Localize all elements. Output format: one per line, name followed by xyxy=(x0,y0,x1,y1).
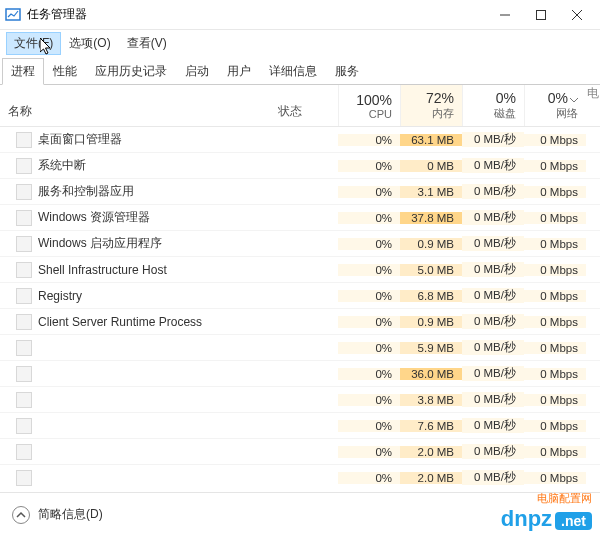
table-row[interactable]: Windows 资源管理器0%37.8 MB0 MB/秒0 Mbps xyxy=(0,205,600,231)
process-name-cell xyxy=(0,444,278,460)
table-row[interactable]: 系统中断0%0 MB0 MB/秒0 Mbps xyxy=(0,153,600,179)
watermark-zh: 电脑配置网 xyxy=(501,491,592,506)
fewer-details-button[interactable] xyxy=(12,506,30,524)
table-row[interactable]: Registry0%6.8 MB0 MB/秒0 Mbps xyxy=(0,283,600,309)
process-name-cell: Registry xyxy=(0,288,278,304)
process-name: 服务和控制器应用 xyxy=(38,183,134,200)
table-row[interactable]: Shell Infrastructure Host0%5.0 MB0 MB/秒0… xyxy=(0,257,600,283)
table-row[interactable]: 服务和控制器应用0%3.1 MB0 MB/秒0 Mbps xyxy=(0,179,600,205)
process-icon xyxy=(16,288,32,304)
cpu-cell: 0% xyxy=(338,134,400,146)
network-cell: 0 Mbps xyxy=(524,342,586,354)
header-name[interactable]: 名称 xyxy=(0,85,278,126)
watermark-suffix: .net xyxy=(555,512,592,530)
cpu-cell: 0% xyxy=(338,316,400,328)
watermark-main: dnpz xyxy=(501,506,552,532)
table-row[interactable]: 0%2.0 MB0 MB/秒0 Mbps xyxy=(0,465,600,487)
table-row[interactable]: Client Server Runtime Process0%0.9 MB0 M… xyxy=(0,309,600,335)
table-row[interactable]: 0%3.8 MB0 MB/秒0 Mbps xyxy=(0,387,600,413)
cpu-cell: 0% xyxy=(338,264,400,276)
disk-cell: 0 MB/秒 xyxy=(462,366,524,381)
process-name: 桌面窗口管理器 xyxy=(38,131,122,148)
process-name-cell: 桌面窗口管理器 xyxy=(0,131,278,148)
header-extra[interactable]: 电 xyxy=(586,85,600,126)
cpu-cell: 0% xyxy=(338,212,400,224)
process-name: Windows 资源管理器 xyxy=(38,209,150,226)
process-icon xyxy=(16,132,32,148)
header-net-lbl: 网络 xyxy=(525,106,578,121)
process-name-cell: Client Server Runtime Process xyxy=(0,314,278,330)
chevron-up-icon xyxy=(16,510,26,520)
disk-cell: 0 MB/秒 xyxy=(462,158,524,173)
menu-options[interactable]: 选项(O) xyxy=(61,32,118,55)
cpu-cell: 0% xyxy=(338,394,400,406)
header-cpu-lbl: CPU xyxy=(339,108,392,120)
memory-cell: 63.1 MB xyxy=(400,134,462,146)
close-button[interactable] xyxy=(559,2,595,28)
header-mem-pct: 72% xyxy=(401,90,454,106)
header-disk[interactable]: 0% 磁盘 xyxy=(462,85,524,126)
svg-rect-0 xyxy=(6,9,20,20)
process-icon xyxy=(16,392,32,408)
memory-cell: 7.6 MB xyxy=(400,420,462,432)
disk-cell: 0 MB/秒 xyxy=(462,210,524,225)
process-name-cell xyxy=(0,392,278,408)
header-status[interactable]: 状态 xyxy=(278,85,338,126)
process-name-cell: Windows 资源管理器 xyxy=(0,209,278,226)
memory-cell: 2.0 MB xyxy=(400,446,462,458)
cpu-cell: 0% xyxy=(338,186,400,198)
process-name-cell: 系统中断 xyxy=(0,157,278,174)
process-icon xyxy=(16,262,32,278)
tab-startup[interactable]: 启动 xyxy=(176,58,218,85)
memory-cell: 6.8 MB xyxy=(400,290,462,302)
process-name-cell xyxy=(0,366,278,382)
process-icon xyxy=(16,210,32,226)
cpu-cell: 0% xyxy=(338,238,400,250)
tab-users[interactable]: 用户 xyxy=(218,58,260,85)
tab-app-history[interactable]: 应用历史记录 xyxy=(86,58,176,85)
process-name-cell xyxy=(0,418,278,434)
network-cell: 0 Mbps xyxy=(524,368,586,380)
network-cell: 0 Mbps xyxy=(524,160,586,172)
table-row[interactable]: 0%2.0 MB0 MB/秒0 Mbps xyxy=(0,439,600,465)
header-disk-pct: 0% xyxy=(463,90,516,106)
cpu-cell: 0% xyxy=(338,420,400,432)
tab-services[interactable]: 服务 xyxy=(326,58,368,85)
tab-details[interactable]: 详细信息 xyxy=(260,58,326,85)
network-cell: 0 Mbps xyxy=(524,238,586,250)
menu-file[interactable]: 文件(F) xyxy=(6,32,61,55)
memory-cell: 5.9 MB xyxy=(400,342,462,354)
tab-performance[interactable]: 性能 xyxy=(44,58,86,85)
table-row[interactable]: 桌面窗口管理器0%63.1 MB0 MB/秒0 Mbps xyxy=(0,127,600,153)
minimize-button[interactable] xyxy=(487,2,523,28)
process-name-cell: Shell Infrastructure Host xyxy=(0,262,278,278)
process-name-cell xyxy=(0,340,278,356)
memory-cell: 5.0 MB xyxy=(400,264,462,276)
menu-view[interactable]: 查看(V) xyxy=(119,32,175,55)
header-cpu-pct: 100% xyxy=(339,92,392,108)
table-row[interactable]: 0%5.9 MB0 MB/秒0 Mbps xyxy=(0,335,600,361)
memory-cell: 0.9 MB xyxy=(400,238,462,250)
network-cell: 0 Mbps xyxy=(524,316,586,328)
process-icon xyxy=(16,418,32,434)
table-row[interactable]: Windows 启动应用程序0%0.9 MB0 MB/秒0 Mbps xyxy=(0,231,600,257)
network-cell: 0 Mbps xyxy=(524,134,586,146)
disk-cell: 0 MB/秒 xyxy=(462,132,524,147)
memory-cell: 3.1 MB xyxy=(400,186,462,198)
header-network[interactable]: 0% 网络 xyxy=(524,85,586,126)
disk-cell: 0 MB/秒 xyxy=(462,184,524,199)
memory-cell: 0 MB xyxy=(400,160,462,172)
tab-processes[interactable]: 进程 xyxy=(2,58,44,85)
table-row[interactable]: 0%7.6 MB0 MB/秒0 Mbps xyxy=(0,413,600,439)
fewer-details-label[interactable]: 简略信息(D) xyxy=(38,506,103,523)
process-icon xyxy=(16,314,32,330)
table-row[interactable]: 0%36.0 MB0 MB/秒0 Mbps xyxy=(0,361,600,387)
process-name: Client Server Runtime Process xyxy=(38,315,202,329)
process-table[interactable]: 桌面窗口管理器0%63.1 MB0 MB/秒0 Mbps系统中断0%0 MB0 … xyxy=(0,127,600,487)
maximize-button[interactable] xyxy=(523,2,559,28)
process-icon xyxy=(16,158,32,174)
memory-cell: 37.8 MB xyxy=(400,212,462,224)
header-memory[interactable]: 72% 内存 xyxy=(400,85,462,126)
header-cpu[interactable]: 100% CPU xyxy=(338,85,400,126)
header-mem-lbl: 内存 xyxy=(401,106,454,121)
